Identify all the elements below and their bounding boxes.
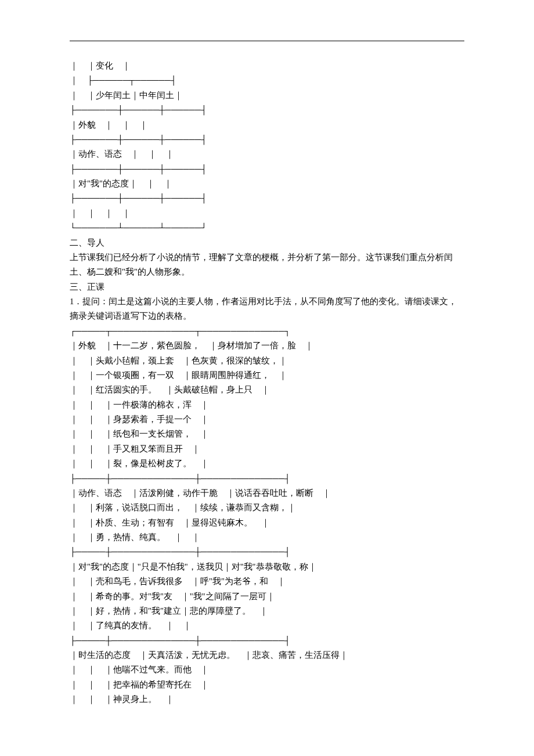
header-rule bbox=[70, 41, 464, 41]
table2-row: ｜ ｜利落，说话脱口而出， ｜续续，谦恭而又含糊，｜ bbox=[70, 501, 464, 515]
table2-row: ｜ ｜ ｜手又粗又笨而且开 ｜ bbox=[70, 442, 464, 456]
table2-row: ｜ ｜ ｜神灵身上。 ｜ bbox=[70, 692, 464, 707]
table1-row: ｜ ｜变化 ｜ bbox=[70, 59, 464, 73]
heading-3: 三、正课 bbox=[70, 280, 464, 294]
table2-row: ｜对"我"的态度｜"只是不怕我"，送我贝｜对"我"恭恭敬敬，称｜ bbox=[70, 560, 464, 574]
table2-row: ｜ ｜ ｜他喘不过气来。而他 ｜ bbox=[70, 663, 464, 677]
paragraph-intro: 上节课我们已经分析了小说的情节，理解了文章的梗概，并分析了第一部分。这节课我们重… bbox=[70, 250, 464, 280]
table2-row: ｜ ｜壳和鸟毛，告诉我很多 ｜呼"我"为老爷，和 ｜ bbox=[70, 574, 464, 589]
table1-row: ├───────┼──────┼──────┤ bbox=[70, 191, 464, 206]
table2-row: ├─────┼──────────────┼──────────────┤ bbox=[70, 545, 464, 559]
table1-row: └───────┴──────┴──────┘ bbox=[70, 221, 464, 235]
table2-row: ｜ ｜勇，热情、纯真。 ｜ ｜ bbox=[70, 530, 464, 545]
table2-row: ｜ ｜ ｜把幸福的希望寄托在 ｜ bbox=[70, 678, 464, 692]
table2-row: ┌─────┬──────────────┬──────────────┐ bbox=[70, 324, 464, 339]
table2-row: ｜ ｜ ｜一件极薄的棉衣，浑 ｜ bbox=[70, 398, 464, 412]
page-container: ｜ ｜变化 ｜ ｜ ├──────┬──────┤ ｜ ｜少年闰土｜中年闰土｜ … bbox=[0, 0, 534, 730]
table1-row: ｜ ｜少年闰土｜中年闰土｜ bbox=[70, 88, 464, 103]
table2-row: ｜ ｜红活圆实的手。 ｜头戴破毡帽，身上只 ｜ bbox=[70, 383, 464, 397]
table1-row: ｜动作、语态 ｜ ｜ ｜ bbox=[70, 147, 464, 161]
table2-row: ｜ ｜ ｜身瑟索着，手提一个 ｜ bbox=[70, 412, 464, 427]
table2-row: ｜动作、语态 ｜活泼刚健，动作干脆 ｜说话吞吞吐吐，断断 ｜ bbox=[70, 486, 464, 501]
table2-row: ｜ ｜ ｜裂，像是松树皮了。 ｜ bbox=[70, 456, 464, 471]
table2-row: ├─────┼──────────────┼──────────────┤ bbox=[70, 471, 464, 486]
paragraph-question: 1．提问：闰土是这篇小说的主要人物，作者运用对比手法，从不同角度写了他的变化。请… bbox=[70, 294, 464, 324]
table2-row: ｜ ｜了纯真的友情。 ｜ ｜ bbox=[70, 618, 464, 633]
table1-row: ├───────┼──────┼──────┤ bbox=[70, 162, 464, 177]
table2-row: ｜ ｜一个银项圈，有一双 ｜眼睛周围肿得通红， ｜ bbox=[70, 368, 464, 383]
table1-row: ｜对"我"的态度｜ ｜ ｜ bbox=[70, 177, 464, 191]
heading-2: 二、导人 bbox=[70, 236, 464, 250]
table1-row: ├───────┼──────┼──────┤ bbox=[70, 103, 464, 117]
table2-row: ｜ ｜ ｜纸包和一支长烟管， ｜ bbox=[70, 427, 464, 441]
table1-row: ｜外貌 ｜ ｜ ｜ bbox=[70, 118, 464, 132]
table2-row: ｜ ｜希奇的事。对"我"友 ｜"我"之间隔了一层可｜ bbox=[70, 589, 464, 604]
table2-row: ｜时生活的态度 ｜天真活泼，无忧无虑。 ｜悲哀、痛苦，生活压得｜ bbox=[70, 648, 464, 663]
table1-row: ├───────┼──────┼──────┤ bbox=[70, 132, 464, 147]
table2-row: ｜ ｜头戴小毡帽，颈上套 ｜色灰黄，很深的皱纹，｜ bbox=[70, 354, 464, 368]
table2-row: ｜ ｜朴质、生动；有智有 ｜显得迟钝麻木。 ｜ bbox=[70, 516, 464, 530]
table2-row: ｜外貌 ｜十一二岁，紫色圆脸， ｜身材增加了一倍，脸 ｜ bbox=[70, 339, 464, 353]
table1-row: ｜ ｜ ｜ ｜ bbox=[70, 206, 464, 221]
table1-row: ｜ ├──────┬──────┤ bbox=[70, 73, 464, 88]
table2-row: ├─────┼──────────────┼──────────────┤ bbox=[70, 633, 464, 648]
table2-row: ｜ ｜好，热情，和"我"建立｜悲的厚障壁了。 ｜ bbox=[70, 604, 464, 618]
